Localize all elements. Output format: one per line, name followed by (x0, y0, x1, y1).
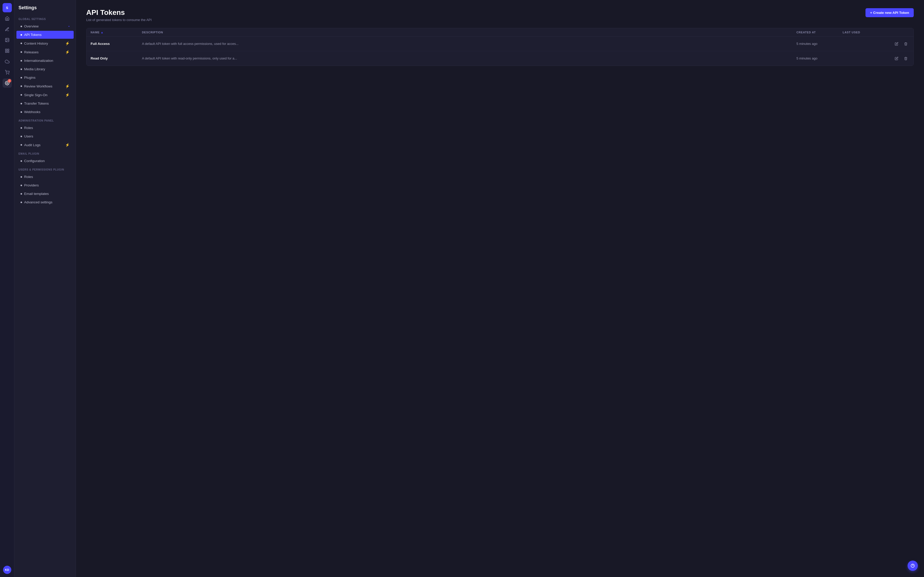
nav-label: Advanced settings (24, 200, 52, 204)
delete-token-button[interactable] (902, 55, 909, 62)
create-api-token-button[interactable]: + Create new API Token (866, 8, 914, 17)
token-description: A default API token with read-only permi… (142, 56, 796, 60)
section-email-plugin: EMAIL PLUGIN (15, 149, 76, 157)
nav-dot (21, 51, 22, 53)
svg-point-6 (6, 74, 7, 74)
svg-rect-4 (7, 51, 9, 53)
app-logo[interactable]: S (3, 3, 12, 12)
cloud-icon[interactable] (3, 57, 12, 66)
nav-label: Review Workflows (24, 84, 52, 88)
nav-dot (21, 160, 22, 162)
bolt-icon: ⚡ (65, 93, 69, 97)
nav-label: Configuration (24, 159, 45, 163)
nav-dot (21, 127, 22, 129)
nav-dot (21, 201, 22, 203)
nav-label: Users (24, 134, 33, 138)
token-actions (889, 40, 909, 47)
sidebar-item-review-workflows[interactable]: Review Workflows ⚡ (16, 82, 74, 90)
nav-dot (21, 68, 22, 70)
nav-dot (21, 34, 22, 35)
nav-label: Providers (24, 183, 39, 187)
delete-token-button[interactable] (902, 40, 909, 47)
table-header: NAME ▲ DESCRIPTION CREATED AT LAST USED (87, 28, 913, 37)
th-name-label: NAME (90, 31, 100, 34)
sidebar-item-email-templates[interactable]: Email templates (16, 190, 74, 198)
nav-dot (21, 185, 22, 186)
th-actions (889, 31, 909, 34)
sidebar-item-overview[interactable]: Overview ● (16, 22, 74, 30)
bolt-icon: ⚡ (65, 50, 69, 54)
icon-bar-bottom: KD (3, 566, 11, 574)
svg-rect-2 (5, 49, 6, 50)
sidebar-item-plugins[interactable]: Plugins (16, 74, 74, 82)
section-admin-panel: ADMINISTRATION PANEL (15, 116, 76, 124)
nav-dot (21, 144, 22, 146)
help-button[interactable] (908, 561, 918, 571)
sidebar-item-roles-admin[interactable]: Roles (16, 124, 74, 132)
sidebar-item-internationalization[interactable]: Internationalization (16, 57, 74, 64)
nav-label: API Tokens (24, 33, 42, 37)
content-icon[interactable] (3, 25, 12, 34)
sidebar-item-providers[interactable]: Providers (16, 181, 74, 189)
sidebar-item-media-library[interactable]: Media Library (16, 65, 74, 73)
token-actions (889, 55, 909, 62)
home-icon[interactable] (3, 14, 12, 23)
th-created-at: CREATED AT (796, 31, 843, 34)
shop-icon[interactable] (3, 68, 12, 77)
nav-label: Internationalization (24, 59, 53, 63)
main-header: API Tokens List of generated tokens to c… (76, 0, 924, 28)
page-subtitle: List of generated tokens to consume the … (86, 18, 152, 22)
sidebar-item-users[interactable]: Users (16, 132, 74, 140)
sidebar-item-content-history[interactable]: Content History ⚡ (16, 39, 74, 47)
nav-dot (21, 135, 22, 137)
nav-dot (21, 176, 22, 178)
nav-dot (21, 193, 22, 195)
sidebar-item-single-sign-on[interactable]: Single Sign-On ⚡ (16, 91, 74, 99)
sidebar-item-api-tokens[interactable]: API Tokens (16, 31, 74, 39)
page-title: API Tokens (86, 8, 152, 17)
icon-bar: S 1 KD (0, 0, 15, 577)
svg-rect-3 (7, 49, 9, 50)
nav-dot (21, 94, 22, 96)
sidebar-item-audit-logs[interactable]: Audit Logs ⚡ (16, 141, 74, 149)
edit-token-button[interactable] (893, 40, 900, 47)
bolt-icon: ⚡ (65, 84, 69, 88)
nav-label: Webhooks (24, 110, 40, 114)
table-row: Read Only A default API token with read-… (87, 51, 913, 66)
sidebar-item-webhooks[interactable]: Webhooks (16, 108, 74, 116)
icon-bar-top: S 1 (3, 3, 12, 564)
bolt-icon: ⚡ (65, 143, 69, 147)
svg-rect-5 (5, 51, 6, 53)
user-avatar[interactable]: KD (3, 566, 11, 574)
token-description: A default API token with full access per… (142, 42, 796, 46)
svg-point-8 (6, 82, 8, 84)
nav-label: Media Library (24, 67, 45, 71)
sidebar-item-releases[interactable]: Releases ⚡ (16, 48, 74, 56)
section-global-settings: GLOBAL SETTINGS (15, 15, 76, 22)
token-created-at: 5 minutes ago (796, 42, 843, 46)
settings-nav-icon[interactable]: 1 (3, 79, 12, 88)
th-last-used: LAST USED (843, 31, 889, 34)
api-tokens-table: NAME ▲ DESCRIPTION CREATED AT LAST USED … (86, 28, 914, 66)
sidebar-item-configuration[interactable]: Configuration (16, 157, 74, 165)
nav-label: Audit Logs (24, 143, 40, 147)
sidebar-item-transfer-tokens[interactable]: Transfer Tokens (16, 100, 74, 108)
nav-dot (21, 103, 22, 105)
sidebar: Settings GLOBAL SETTINGS Overview ● API … (15, 0, 76, 577)
nav-dot (21, 43, 22, 44)
layout-icon[interactable] (3, 46, 12, 55)
nav-label: Single Sign-On (24, 93, 47, 97)
token-name: Read Only (90, 56, 142, 60)
sidebar-item-advanced-settings[interactable]: Advanced settings (16, 198, 74, 206)
edit-token-button[interactable] (893, 55, 900, 62)
media-icon[interactable] (3, 35, 12, 45)
nav-dot (21, 77, 22, 79)
sort-asc-icon[interactable]: ▲ (101, 31, 104, 34)
token-name: Full Access (90, 42, 142, 46)
nav-label: Roles (24, 126, 33, 130)
nav-dot (21, 26, 22, 27)
sidebar-item-roles-permissions[interactable]: Roles (16, 173, 74, 181)
token-created-at: 5 minutes ago (796, 56, 843, 60)
bolt-icon: ⚡ (65, 41, 69, 45)
nav-label: Roles (24, 175, 33, 179)
